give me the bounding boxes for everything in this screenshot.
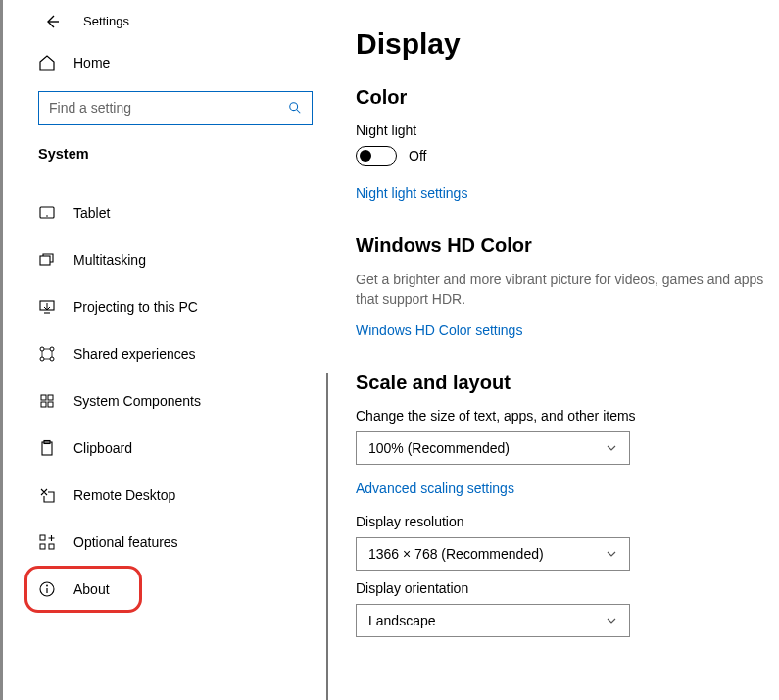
sidebar-item-multitasking[interactable]: Multitasking xyxy=(3,236,326,283)
sidebar-item-projecting[interactable]: Projecting to this PC xyxy=(3,283,326,330)
svg-point-8 xyxy=(40,357,44,361)
sidebar: Settings Home System Tablet Multitasking xyxy=(3,0,326,700)
text-size-dropdown[interactable]: 100% (Recommended) xyxy=(356,431,630,465)
night-light-label: Night light xyxy=(356,123,779,138)
nav-list: Tablet Multitasking Projecting to this P… xyxy=(3,189,326,613)
chevron-down-icon xyxy=(606,442,617,454)
components-icon xyxy=(38,392,56,410)
multitasking-icon xyxy=(38,251,56,269)
sidebar-item-about[interactable]: About xyxy=(24,566,142,613)
resolution-dropdown[interactable]: 1366 × 768 (Recommended) xyxy=(356,537,630,571)
scale-heading: Scale and layout xyxy=(356,372,779,394)
sidebar-item-optional-features[interactable]: Optional features xyxy=(3,519,326,566)
home-button[interactable]: Home xyxy=(3,40,326,85)
main-content: Display Color Night light Off Night ligh… xyxy=(326,0,779,700)
clipboard-icon xyxy=(38,439,56,457)
optional-features-icon xyxy=(38,533,56,551)
info-icon xyxy=(38,580,56,598)
home-icon xyxy=(38,54,56,72)
hd-color-desc: Get a brighter and more vibrant picture … xyxy=(356,271,779,309)
svg-point-3 xyxy=(46,215,48,217)
search-icon xyxy=(288,101,302,115)
sidebar-item-clipboard[interactable]: Clipboard xyxy=(3,425,326,472)
search-field[interactable] xyxy=(49,100,302,116)
svg-line-1 xyxy=(297,110,301,114)
resolution-label: Display resolution xyxy=(356,514,779,529)
section-header: System xyxy=(38,146,326,162)
remote-desktop-icon xyxy=(38,486,56,504)
night-light-settings-link[interactable]: Night light settings xyxy=(356,185,467,201)
header-row: Settings xyxy=(3,0,326,40)
svg-rect-11 xyxy=(48,395,53,400)
sidebar-item-label: Shared experiences xyxy=(73,346,196,362)
text-size-label: Change the size of text, apps, and other… xyxy=(356,408,779,424)
advanced-scaling-link[interactable]: Advanced scaling settings xyxy=(356,480,514,496)
svg-point-7 xyxy=(50,347,54,351)
window-title: Settings xyxy=(83,14,129,28)
sidebar-item-label: Remote Desktop xyxy=(73,487,175,503)
svg-rect-12 xyxy=(41,402,46,407)
text-size-value: 100% (Recommended) xyxy=(368,440,510,456)
orientation-label: Display orientation xyxy=(356,580,779,596)
night-light-toggle[interactable] xyxy=(356,146,397,166)
sidebar-item-tablet[interactable]: Tablet xyxy=(3,189,326,236)
svg-point-9 xyxy=(50,357,54,361)
svg-rect-10 xyxy=(41,395,46,400)
tablet-icon xyxy=(38,204,56,222)
svg-point-0 xyxy=(290,103,298,111)
svg-point-6 xyxy=(40,347,44,351)
projecting-icon xyxy=(38,298,56,316)
svg-rect-13 xyxy=(48,402,53,407)
svg-rect-18 xyxy=(49,544,54,549)
sidebar-item-label: Multitasking xyxy=(73,252,146,268)
sidebar-item-label: Tablet xyxy=(73,205,110,221)
svg-point-20 xyxy=(46,585,48,587)
page-title: Display xyxy=(356,27,779,61)
orientation-dropdown[interactable]: Landscape xyxy=(356,604,630,637)
chevron-down-icon xyxy=(606,548,617,560)
sidebar-item-remote-desktop[interactable]: Remote Desktop xyxy=(3,472,326,519)
back-icon[interactable] xyxy=(44,14,60,29)
hd-color-heading: Windows HD Color xyxy=(356,234,779,257)
home-label: Home xyxy=(73,55,110,71)
sidebar-item-label: Projecting to this PC xyxy=(73,299,198,315)
color-heading: Color xyxy=(356,86,779,109)
svg-rect-17 xyxy=(40,544,45,549)
scrollbar-indicator[interactable] xyxy=(326,373,328,700)
sidebar-item-label: About xyxy=(73,581,110,597)
shared-icon xyxy=(38,345,56,363)
sidebar-item-label: System Components xyxy=(73,393,201,409)
orientation-value: Landscape xyxy=(368,613,436,628)
sidebar-item-shared-experiences[interactable]: Shared experiences xyxy=(3,330,326,377)
svg-rect-16 xyxy=(40,535,45,540)
sidebar-item-system-components[interactable]: System Components xyxy=(3,377,326,425)
chevron-down-icon xyxy=(606,615,617,626)
sidebar-item-label: Clipboard xyxy=(73,440,132,456)
sidebar-item-label: Optional features xyxy=(73,534,178,550)
search-input[interactable] xyxy=(38,91,313,125)
resolution-value: 1366 × 768 (Recommended) xyxy=(368,546,544,562)
night-light-state: Off xyxy=(409,148,426,164)
svg-rect-4 xyxy=(40,256,50,265)
hd-color-settings-link[interactable]: Windows HD Color settings xyxy=(356,323,522,338)
